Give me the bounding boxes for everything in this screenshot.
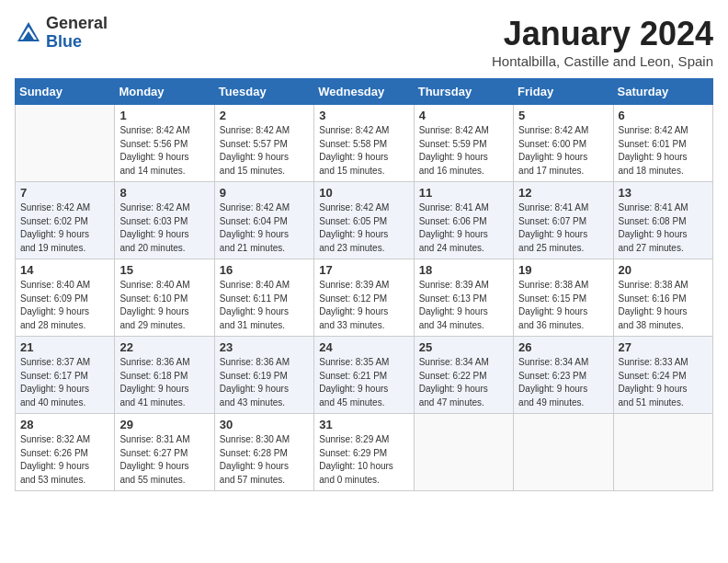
calendar-cell (613, 414, 712, 491)
day-info: Sunrise: 8:33 AM Sunset: 6:24 PM Dayligh… (619, 356, 708, 409)
calendar-cell: 2Sunrise: 8:42 AM Sunset: 5:57 PM Daylig… (214, 105, 313, 182)
day-number: 24 (319, 340, 408, 354)
calendar-cell: 29Sunrise: 8:31 AM Sunset: 6:27 PM Dayli… (115, 414, 214, 491)
day-info: Sunrise: 8:30 AM Sunset: 6:28 PM Dayligh… (220, 433, 309, 487)
calendar-cell: 7Sunrise: 8:42 AM Sunset: 6:02 PM Daylig… (16, 182, 115, 259)
calendar-week-5: 28Sunrise: 8:32 AM Sunset: 6:26 PM Dayli… (16, 414, 713, 491)
day-number: 27 (619, 340, 708, 354)
calendar-cell: 21Sunrise: 8:37 AM Sunset: 6:17 PM Dayli… (16, 337, 115, 414)
day-info: Sunrise: 8:31 AM Sunset: 6:27 PM Dayligh… (119, 433, 209, 487)
day-info: Sunrise: 8:42 AM Sunset: 6:05 PM Dayligh… (319, 201, 408, 255)
day-number: 6 (619, 109, 708, 122)
day-number: 21 (20, 340, 109, 354)
day-info: Sunrise: 8:42 AM Sunset: 6:01 PM Dayligh… (619, 124, 708, 178)
logo-blue: Blue (46, 32, 82, 51)
header-day-wednesday: Wednesday (314, 79, 414, 105)
day-info: Sunrise: 8:32 AM Sunset: 6:26 PM Dayligh… (20, 433, 109, 487)
day-info: Sunrise: 8:42 AM Sunset: 5:57 PM Dayligh… (220, 124, 309, 178)
day-number: 23 (220, 340, 309, 354)
day-info: Sunrise: 8:39 AM Sunset: 6:12 PM Dayligh… (319, 279, 408, 332)
day-number: 12 (518, 186, 608, 200)
day-info: Sunrise: 8:36 AM Sunset: 6:18 PM Dayligh… (119, 356, 209, 409)
calendar-cell: 31Sunrise: 8:29 AM Sunset: 6:29 PM Dayli… (314, 414, 414, 491)
day-info: Sunrise: 8:41 AM Sunset: 6:06 PM Dayligh… (419, 201, 508, 255)
logo: General Blue (15, 15, 108, 52)
calendar-week-4: 21Sunrise: 8:37 AM Sunset: 6:17 PM Dayli… (16, 337, 713, 414)
day-info: Sunrise: 8:35 AM Sunset: 6:21 PM Dayligh… (319, 356, 408, 409)
day-number: 19 (518, 263, 608, 277)
day-number: 30 (220, 418, 309, 431)
calendar-cell: 13Sunrise: 8:41 AM Sunset: 6:08 PM Dayli… (613, 182, 712, 259)
logo-text: General Blue (46, 15, 108, 52)
day-number: 13 (619, 186, 708, 200)
day-number: 8 (119, 186, 209, 200)
calendar-cell: 25Sunrise: 8:34 AM Sunset: 6:22 PM Dayli… (414, 337, 513, 414)
calendar-cell (414, 414, 513, 491)
day-info: Sunrise: 8:40 AM Sunset: 6:11 PM Dayligh… (220, 279, 309, 332)
calendar-cell: 28Sunrise: 8:32 AM Sunset: 6:26 PM Dayli… (16, 414, 115, 491)
calendar-cell: 1Sunrise: 8:42 AM Sunset: 5:56 PM Daylig… (115, 105, 214, 182)
day-info: Sunrise: 8:29 AM Sunset: 6:29 PM Dayligh… (319, 433, 408, 487)
day-info: Sunrise: 8:37 AM Sunset: 6:17 PM Dayligh… (20, 356, 109, 409)
calendar-week-1: 1Sunrise: 8:42 AM Sunset: 5:56 PM Daylig… (16, 105, 713, 182)
calendar-cell: 4Sunrise: 8:42 AM Sunset: 5:59 PM Daylig… (414, 105, 513, 182)
header-day-thursday: Thursday (414, 79, 513, 105)
day-info: Sunrise: 8:42 AM Sunset: 5:58 PM Dayligh… (319, 124, 408, 178)
day-number: 16 (220, 263, 309, 277)
logo-icon (15, 19, 42, 47)
day-number: 7 (20, 186, 109, 200)
day-number: 15 (119, 263, 209, 277)
calendar-cell: 8Sunrise: 8:42 AM Sunset: 6:03 PM Daylig… (115, 182, 214, 259)
day-number: 29 (119, 418, 209, 431)
calendar-cell (16, 105, 115, 182)
header-day-tuesday: Tuesday (214, 79, 313, 105)
calendar-cell: 24Sunrise: 8:35 AM Sunset: 6:21 PM Dayli… (314, 337, 414, 414)
day-number: 25 (419, 340, 508, 354)
day-number: 14 (20, 263, 109, 277)
day-info: Sunrise: 8:40 AM Sunset: 6:09 PM Dayligh… (20, 279, 109, 332)
day-number: 18 (419, 263, 508, 277)
day-info: Sunrise: 8:36 AM Sunset: 6:19 PM Dayligh… (220, 356, 309, 409)
day-info: Sunrise: 8:39 AM Sunset: 6:13 PM Dayligh… (419, 279, 508, 332)
day-number: 2 (220, 109, 309, 122)
day-info: Sunrise: 8:42 AM Sunset: 6:02 PM Dayligh… (20, 201, 109, 255)
header-day-monday: Monday (115, 79, 214, 105)
day-info: Sunrise: 8:40 AM Sunset: 6:10 PM Dayligh… (119, 279, 209, 332)
header-day-sunday: Sunday (16, 79, 115, 105)
calendar-week-2: 7Sunrise: 8:42 AM Sunset: 6:02 PM Daylig… (16, 182, 713, 259)
location-title: Hontalbilla, Castille and Leon, Spain (492, 53, 713, 69)
calendar-cell: 18Sunrise: 8:39 AM Sunset: 6:13 PM Dayli… (414, 259, 513, 337)
calendar-cell: 5Sunrise: 8:42 AM Sunset: 6:00 PM Daylig… (514, 105, 613, 182)
day-number: 11 (419, 186, 508, 200)
day-number: 3 (319, 109, 408, 122)
calendar-cell: 23Sunrise: 8:36 AM Sunset: 6:19 PM Dayli… (214, 337, 313, 414)
calendar-header-row: SundayMondayTuesdayWednesdayThursdayFrid… (16, 79, 713, 105)
day-info: Sunrise: 8:42 AM Sunset: 6:04 PM Dayligh… (220, 201, 309, 255)
day-number: 31 (319, 418, 408, 431)
header-day-friday: Friday (514, 79, 613, 105)
calendar-cell: 9Sunrise: 8:42 AM Sunset: 6:04 PM Daylig… (214, 182, 313, 259)
calendar-cell: 12Sunrise: 8:41 AM Sunset: 6:07 PM Dayli… (514, 182, 613, 259)
day-info: Sunrise: 8:41 AM Sunset: 6:08 PM Dayligh… (619, 201, 708, 255)
page-header: General Blue January 2024 Hontalbilla, C… (15, 15, 713, 69)
calendar-cell: 3Sunrise: 8:42 AM Sunset: 5:58 PM Daylig… (314, 105, 414, 182)
day-number: 1 (119, 109, 209, 122)
calendar-cell: 14Sunrise: 8:40 AM Sunset: 6:09 PM Dayli… (16, 259, 115, 337)
day-number: 17 (319, 263, 408, 277)
day-number: 4 (419, 109, 508, 122)
calendar-cell: 30Sunrise: 8:30 AM Sunset: 6:28 PM Dayli… (214, 414, 313, 491)
calendar-cell: 11Sunrise: 8:41 AM Sunset: 6:06 PM Dayli… (414, 182, 513, 259)
calendar-cell: 20Sunrise: 8:38 AM Sunset: 6:16 PM Dayli… (613, 259, 712, 337)
calendar-body: 1Sunrise: 8:42 AM Sunset: 5:56 PM Daylig… (16, 105, 713, 491)
day-number: 22 (119, 340, 209, 354)
calendar-cell: 10Sunrise: 8:42 AM Sunset: 6:05 PM Dayli… (314, 182, 414, 259)
day-number: 26 (518, 340, 608, 354)
day-info: Sunrise: 8:42 AM Sunset: 6:03 PM Dayligh… (119, 201, 209, 255)
day-info: Sunrise: 8:42 AM Sunset: 5:59 PM Dayligh… (419, 124, 508, 178)
day-number: 28 (20, 418, 109, 431)
day-number: 10 (319, 186, 408, 200)
day-info: Sunrise: 8:42 AM Sunset: 5:56 PM Dayligh… (119, 124, 209, 178)
day-info: Sunrise: 8:38 AM Sunset: 6:15 PM Dayligh… (518, 279, 608, 332)
day-info: Sunrise: 8:34 AM Sunset: 6:22 PM Dayligh… (419, 356, 508, 409)
calendar-cell: 6Sunrise: 8:42 AM Sunset: 6:01 PM Daylig… (613, 105, 712, 182)
